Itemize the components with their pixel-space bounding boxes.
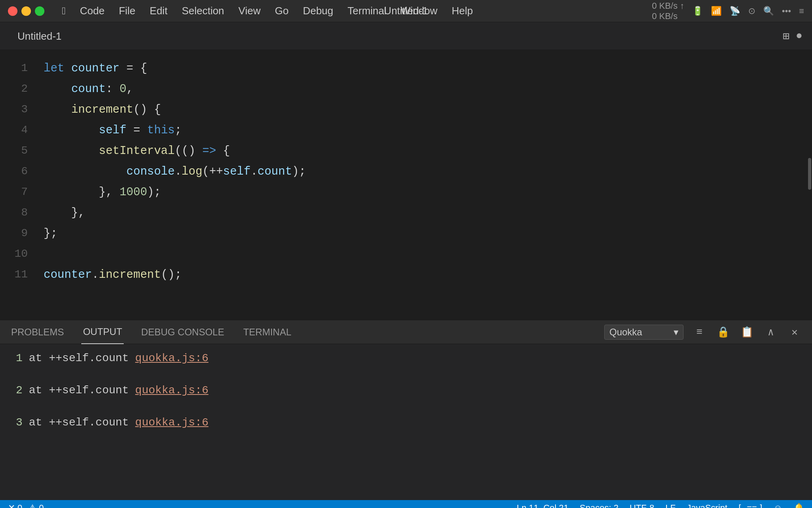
editor-wrapper: 1 2 3 4 5 6 7 8 9 10 11 let counter = { … — [0, 50, 812, 320]
code-line-9: }; — [44, 223, 807, 244]
panel-copy-icon[interactable]: 📋 — [739, 324, 755, 340]
panel-wrap-icon[interactable]: ≡ — [691, 324, 707, 340]
code-line-11: counter.increment(); — [44, 264, 807, 285]
network-icon: 📶 — [711, 6, 722, 16]
code-line-3: increment() { — [44, 99, 807, 120]
warning-icon: ⚠ — [29, 503, 36, 508]
line-number-4: 4 — [0, 120, 28, 140]
code-line-1: let counter = { — [44, 58, 807, 79]
out-num-2: 2 — [16, 384, 23, 396]
status-language[interactable]: JavaScript — [687, 503, 728, 508]
control-center-icon: ⊙ — [748, 6, 755, 16]
menu-code[interactable]: Code — [80, 5, 105, 17]
traffic-light-minimize[interactable] — [21, 6, 31, 16]
wifi-icon: 📡 — [730, 6, 740, 16]
network-status: 0 KB/s ↑0 KB/s — [652, 1, 684, 21]
line-number-5: 5 — [0, 140, 28, 161]
tab-problems[interactable]: PROBLEMS — [10, 320, 65, 344]
menu-view[interactable]: View — [238, 5, 260, 17]
error-count: 0 — [17, 503, 22, 508]
line-number-2: 2 — [0, 79, 28, 99]
panel-tab-bar: PROBLEMS OUTPUT DEBUG CONSOLE TERMINAL Q… — [0, 320, 812, 344]
editor-tab-untitled[interactable]: Untitled-1 — [10, 22, 69, 50]
code-line-2: count: 0, — [44, 79, 807, 99]
out-text-3: at ++self.count — [29, 416, 129, 429]
line-number-6: 6 — [0, 161, 28, 182]
status-bar-left: ✕ 0 ⚠ 0 — [8, 503, 44, 508]
editor-scrollbar[interactable] — [807, 50, 812, 320]
split-editor-icon[interactable]: ⊞ — [783, 29, 789, 43]
traffic-light-maximize[interactable] — [35, 6, 44, 16]
panel-up-icon[interactable]: ∧ — [763, 324, 779, 340]
status-line-ending[interactable]: LF — [665, 503, 676, 508]
menu-help[interactable]: Help — [452, 5, 473, 17]
tab-output[interactable]: OUTPUT — [81, 320, 124, 344]
line-number-7: 7 — [0, 182, 28, 202]
tab-bar: Untitled-1 ⊞ ● — [0, 22, 812, 50]
panel-lock-icon[interactable]: 🔒 — [715, 324, 731, 340]
status-position[interactable]: Ln 11, Col 21 — [517, 503, 569, 508]
tab-terminal[interactable]: TERMINAL — [241, 320, 293, 344]
panel-close-icon[interactable]: ✕ — [787, 324, 802, 340]
code-line-4: self = this; — [44, 120, 807, 140]
out-link-3[interactable]: quokka.js:6 — [135, 416, 209, 429]
line-number-1: 1 — [0, 58, 28, 79]
status-smiley-icon[interactable]: ☺ — [774, 503, 782, 508]
menu-edit[interactable]: Edit — [150, 5, 168, 17]
out-link-2[interactable]: quokka.js:6 — [135, 384, 209, 396]
menu-file[interactable]: File — [119, 5, 136, 17]
editor-dot-icon: ● — [796, 30, 802, 42]
panel-tab-right: Quokka ▾ ≡ 🔒 📋 ∧ ✕ — [604, 324, 802, 340]
output-line-3: 3 at ++self.count quokka.js:6 — [16, 416, 796, 429]
line-number-8: 8 — [0, 202, 28, 223]
scrollbar-thumb[interactable] — [808, 158, 811, 190]
tab-debug-console[interactable]: DEBUG CONSOLE — [140, 320, 226, 344]
menu-debug[interactable]: Debug — [303, 5, 333, 17]
title-bar-right: 0 KB/s ↑0 KB/s 🔋 📶 📡 ⊙ 🔍 ••• ≡ — [652, 1, 804, 21]
traffic-light-close[interactable] — [8, 6, 17, 16]
out-num-3: 3 — [16, 416, 23, 429]
code-editor[interactable]: let counter = { count: 0, increment() { … — [36, 50, 807, 320]
status-indent: [--==-] — [739, 503, 762, 508]
code-line-7: }, 1000); — [44, 182, 807, 202]
status-bar-right: Ln 11, Col 21 Spaces: 2 UTF-8 LF JavaScr… — [517, 503, 804, 508]
spotlight-icon: 🔍 — [763, 6, 774, 16]
out-text-1: at ++self.count — [29, 352, 129, 364]
title-bar:  Code File Edit Selection View Go Debug… — [0, 0, 812, 22]
out-num-1: 1 — [16, 352, 23, 364]
error-icon: ✕ — [8, 503, 15, 508]
panel: PROBLEMS OUTPUT DEBUG CONSOLE TERMINAL Q… — [0, 320, 812, 500]
window-title: Untitled-1 — [384, 5, 428, 17]
status-bar: ✕ 0 ⚠ 0 Ln 11, Col 21 Spaces: 2 UTF-8 LF… — [0, 500, 812, 508]
line-number-11: 11 — [0, 264, 28, 285]
line-numbers: 1 2 3 4 5 6 7 8 9 10 11 — [0, 50, 36, 320]
panel-dropdown[interactable]: Quokka ▾ — [604, 325, 684, 340]
code-line-5: setInterval(() => { — [44, 140, 807, 161]
line-number-3: 3 — [0, 99, 28, 120]
panel-content: 1 at ++self.count quokka.js:6 2 at ++sel… — [0, 344, 812, 500]
line-number-10: 10 — [0, 244, 28, 264]
menu-selection[interactable]: Selection — [182, 5, 224, 17]
tab-bar-icons: ⊞ ● — [783, 29, 802, 43]
status-errors[interactable]: ✕ 0 ⚠ 0 — [8, 503, 44, 508]
code-line-8: }, — [44, 202, 807, 223]
output-line-1: 1 at ++self.count quokka.js:6 — [16, 352, 796, 364]
menu-apple[interactable]:  — [62, 5, 66, 17]
output-line-2: 2 at ++self.count quokka.js:6 — [16, 384, 796, 396]
status-encoding[interactable]: UTF-8 — [630, 503, 654, 508]
status-spaces[interactable]: Spaces: 2 — [580, 503, 619, 508]
line-number-9: 9 — [0, 223, 28, 244]
code-line-10 — [44, 244, 807, 264]
menu-terminal[interactable]: Terminal — [348, 5, 387, 17]
out-text-2: at ++self.count — [29, 384, 129, 396]
dropdown-chevron-icon: ▾ — [674, 327, 678, 338]
battery-icon: 🔋 — [692, 6, 703, 16]
menu-go[interactable]: Go — [275, 5, 289, 17]
menu-extras-icon: ≡ — [799, 6, 804, 16]
warning-count: 0 — [39, 503, 44, 508]
more-icon: ••• — [782, 6, 791, 16]
status-bell-icon[interactable]: 🔔 — [793, 503, 804, 508]
dropdown-value: Quokka — [609, 327, 642, 338]
out-link-1[interactable]: quokka.js:6 — [135, 352, 209, 364]
code-line-6: console.log(++self.count); — [44, 161, 807, 182]
